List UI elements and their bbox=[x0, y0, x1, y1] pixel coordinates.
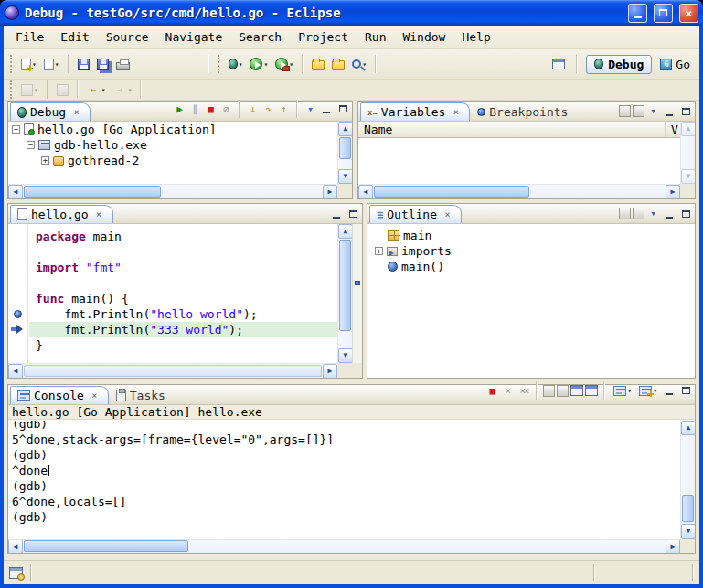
remove-all-launches-button[interactable]: ×× bbox=[517, 384, 530, 398]
print-button[interactable] bbox=[113, 53, 133, 75]
menu-window[interactable]: Window bbox=[394, 27, 453, 47]
scroll-up-button[interactable]: ▲ bbox=[681, 122, 695, 136]
scroll-right-button[interactable]: ▶ bbox=[666, 185, 680, 198]
tab-close-icon[interactable]: × bbox=[92, 208, 106, 221]
forward-button[interactable]: → ▾ bbox=[111, 79, 135, 101]
new-wizard-button[interactable]: ▾ bbox=[18, 53, 39, 75]
scroll-right-button[interactable]: ▶ bbox=[323, 185, 337, 198]
scrollbar-thumb[interactable] bbox=[24, 540, 188, 552]
open-console-button[interactable]: ▾ bbox=[636, 380, 660, 401]
scrollbar-thumb[interactable] bbox=[339, 240, 351, 331]
overview-ruler[interactable] bbox=[352, 224, 362, 363]
scroll-left-button[interactable]: ◀ bbox=[8, 185, 23, 198]
remove-launch-button[interactable]: × bbox=[501, 384, 515, 398]
suspend-button[interactable]: ∥ bbox=[188, 102, 202, 116]
run-button[interactable]: ▾ bbox=[247, 53, 271, 75]
scroll-up-button[interactable]: ▲ bbox=[681, 421, 695, 435]
outline-item-imports[interactable]: + imports bbox=[367, 243, 695, 259]
maximize-view-button[interactable] bbox=[336, 102, 350, 116]
horizontal-scrollbar[interactable]: ◀ ▶ bbox=[8, 184, 337, 198]
annotation-nav-button[interactable]: ▾ bbox=[18, 79, 41, 101]
pin-console-button[interactable] bbox=[557, 385, 569, 397]
expander-icon[interactable]: − bbox=[12, 125, 20, 134]
menu-help[interactable]: Help bbox=[453, 27, 498, 47]
last-edit-location-button[interactable] bbox=[54, 79, 71, 101]
tab-close-icon[interactable]: × bbox=[449, 105, 463, 119]
tab-breakpoints[interactable]: Breakpoints bbox=[471, 102, 574, 121]
expander-icon[interactable]: + bbox=[41, 156, 49, 165]
tree-item-process[interactable]: − gdb-hello.exe bbox=[8, 137, 337, 153]
debug-button[interactable]: ▾ bbox=[226, 53, 246, 75]
editor-gutter[interactable] bbox=[8, 224, 28, 363]
code-line[interactable]: package main bbox=[29, 229, 337, 244]
scroll-down-button[interactable]: ▼ bbox=[681, 524, 695, 539]
close-button[interactable]: × bbox=[679, 4, 698, 23]
vertical-scrollbar[interactable]: ▲ ▼ bbox=[337, 122, 352, 184]
dropdown-arrow-icon[interactable]: ▾ bbox=[128, 86, 133, 94]
show-type-names-button[interactable] bbox=[619, 105, 631, 117]
outline-tree[interactable]: main + imports main() bbox=[367, 228, 695, 378]
resume-button[interactable]: ▶ bbox=[173, 102, 186, 116]
scroll-down-button[interactable]: ▼ bbox=[681, 169, 695, 184]
maximize-view-button[interactable] bbox=[678, 104, 693, 118]
minimize-button[interactable] bbox=[628, 4, 647, 23]
menu-source[interactable]: Source bbox=[98, 27, 157, 47]
dropdown-arrow-icon[interactable]: ▾ bbox=[34, 86, 38, 94]
scroll-up-button[interactable]: ▲ bbox=[338, 224, 353, 239]
new-file-button[interactable]: ▾ bbox=[41, 53, 62, 75]
horizontal-scrollbar[interactable]: ◀ ▶ bbox=[8, 539, 680, 553]
code-line[interactable]: import "fmt" bbox=[29, 260, 337, 275]
step-return-button[interactable]: ↑ bbox=[277, 102, 291, 116]
open-folder-button[interactable] bbox=[309, 53, 327, 75]
perspective-debug-button[interactable]: Debug bbox=[586, 55, 652, 74]
maximize-button[interactable] bbox=[654, 4, 673, 23]
save-button[interactable] bbox=[75, 53, 92, 75]
tab-close-icon[interactable]: × bbox=[441, 208, 454, 221]
tab-close-icon[interactable]: × bbox=[88, 389, 101, 402]
tab-tasks[interactable]: Tasks bbox=[110, 386, 172, 404]
step-into-button[interactable]: ↓ bbox=[246, 102, 260, 116]
search-button[interactable]: ▾ bbox=[349, 53, 369, 75]
code-line[interactable] bbox=[29, 244, 337, 260]
vertical-scrollbar[interactable]: ▲ ▼ bbox=[337, 224, 352, 363]
scroll-lock-button[interactable] bbox=[543, 385, 555, 397]
import-button[interactable] bbox=[329, 53, 347, 75]
show-stdout-button[interactable] bbox=[585, 385, 598, 396]
minimize-view-button[interactable] bbox=[662, 384, 676, 398]
titlebar[interactable]: Debug - testGo/src/cmd/hello.go - Eclips… bbox=[0, 0, 703, 26]
dropdown-arrow-icon[interactable]: ▾ bbox=[55, 60, 59, 69]
perspective-go-button[interactable]: G Go bbox=[656, 56, 694, 73]
outline-item-package[interactable]: main bbox=[367, 228, 695, 243]
code-line[interactable]: } bbox=[29, 337, 337, 353]
expander-icon[interactable]: − bbox=[27, 141, 35, 149]
scroll-down-button[interactable]: ▼ bbox=[338, 169, 352, 184]
scrollbar-thumb[interactable] bbox=[24, 365, 322, 377]
column-value[interactable]: V bbox=[666, 122, 680, 137]
sort-button[interactable] bbox=[619, 208, 631, 219]
dropdown-arrow-icon[interactable]: ▾ bbox=[263, 60, 268, 69]
vertical-scrollbar[interactable]: ▲ ▼ bbox=[680, 122, 695, 184]
hide-fields-button[interactable] bbox=[633, 208, 644, 219]
vertical-scrollbar[interactable]: ▲ ▼ bbox=[680, 421, 695, 539]
view-menu-button[interactable]: ▾ bbox=[646, 104, 660, 118]
scroll-left-button[interactable]: ◀ bbox=[8, 540, 23, 553]
toolbar-grip[interactable] bbox=[10, 80, 14, 99]
debug-tree[interactable]: − hello.go [Go Application] − gdb-hello.… bbox=[8, 122, 337, 184]
view-menu-button[interactable]: ▾ bbox=[646, 207, 660, 220]
scroll-left-button[interactable]: ◀ bbox=[8, 364, 23, 378]
tab-variables[interactable]: x= Variables × bbox=[360, 102, 470, 121]
toolbar-grip[interactable] bbox=[10, 55, 14, 73]
breakpoint-marker-icon[interactable] bbox=[14, 310, 22, 318]
code-line[interactable]: func main() { bbox=[29, 291, 337, 306]
tree-item-launch[interactable]: − hello.go [Go Application] bbox=[8, 122, 337, 137]
toolbar-grip[interactable] bbox=[218, 55, 221, 73]
step-over-button[interactable]: ↷ bbox=[261, 102, 275, 116]
minimize-view-button[interactable] bbox=[662, 104, 676, 118]
disconnect-button[interactable]: ∅ bbox=[219, 102, 233, 116]
scrollbar-thumb[interactable] bbox=[682, 495, 694, 522]
column-name[interactable]: Name bbox=[358, 122, 666, 137]
dropdown-arrow-icon[interactable]: ▾ bbox=[239, 60, 243, 69]
menu-navigate[interactable]: Navigate bbox=[157, 27, 231, 47]
tab-outline[interactable]: ≡ Outline × bbox=[369, 205, 462, 223]
minimize-view-button[interactable] bbox=[662, 207, 676, 220]
